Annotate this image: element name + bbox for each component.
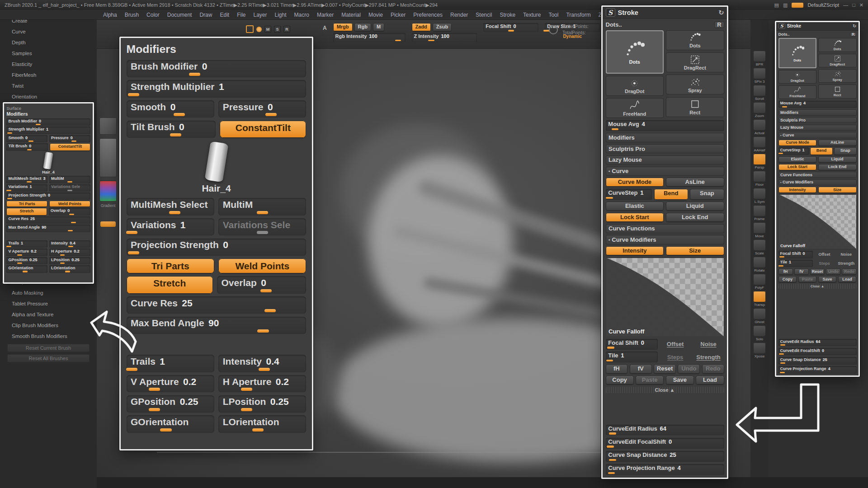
tool-move[interactable]: Move: [750, 222, 769, 238]
slider-curvestep[interactable]: CurveStep1: [778, 147, 809, 155]
slider-knob[interactable]: [252, 428, 264, 432]
button-bend[interactable]: Bend: [654, 189, 688, 200]
button-elastic[interactable]: Elastic: [606, 202, 664, 211]
stroke-reset-button[interactable]: R: [850, 32, 857, 37]
slider-knob[interactable]: [779, 256, 784, 258]
slider-mouse-avg[interactable]: Mouse Avg4: [606, 120, 724, 131]
slider-overlap[interactable]: Overlap0: [217, 276, 306, 293]
button-reset-all-brushes[interactable]: Reset All Brushes: [7, 354, 90, 362]
toggle-steps[interactable]: Steps: [660, 354, 691, 361]
button-copy[interactable]: Copy: [778, 276, 797, 282]
circle-icon[interactable]: [256, 27, 262, 32]
slider-knob[interactable]: [257, 211, 268, 214]
slider-curveedit-radius[interactable]: CurveEdit Radius64: [606, 425, 724, 436]
slider-curve-snap-distance[interactable]: Curve Snap Distance25: [606, 451, 724, 462]
tool-spix-3[interactable]: SPix 3: [750, 68, 769, 84]
slider-knob[interactable]: [71, 222, 76, 223]
toggle-noise[interactable]: Noise: [693, 341, 724, 347]
slider-brush-modifier[interactable]: Brush Modifier0: [6, 118, 90, 126]
slider-variations-sele[interactable]: Variations Sele: [49, 184, 90, 192]
slider-knob[interactable]: [17, 263, 22, 264]
slider-knob[interactable]: [264, 309, 276, 312]
menu-tool[interactable]: Tool: [548, 12, 558, 18]
slider-gorientation[interactable]: GOrientation: [127, 415, 214, 432]
slider-knob[interactable]: [606, 360, 613, 361]
slider-multim[interactable]: MultiM: [218, 198, 306, 215]
stroke-reset-button[interactable]: R: [714, 21, 724, 28]
button-curve-mode[interactable]: Curve Mode: [606, 178, 664, 187]
slider-knob[interactable]: [128, 93, 139, 96]
slider-pressure[interactable]: Pressure0: [218, 100, 306, 117]
slider-knob[interactable]: [778, 265, 783, 267]
menu-marker[interactable]: Marker: [317, 12, 334, 18]
button-reset-current-brush[interactable]: Reset Current Brush: [7, 344, 90, 352]
slider-knob[interactable]: [257, 231, 268, 234]
button-redo[interactable]: Redo: [842, 268, 856, 275]
stroke-type-spray[interactable]: Spray: [666, 75, 724, 94]
section-sculptris-pro[interactable]: Sculptris Pro: [606, 144, 724, 153]
tool-transp[interactable]: Transp: [750, 291, 769, 307]
slider-knob[interactable]: [779, 353, 784, 355]
menu-alpha[interactable]: Alpha: [103, 12, 117, 18]
slider-tile[interactable]: Tile1: [606, 352, 658, 362]
square-icon[interactable]: [246, 25, 254, 33]
palette-item-curve[interactable]: Curve: [0, 26, 97, 37]
tool-solo[interactable]: Solo: [750, 325, 769, 341]
slider-focal-shift[interactable]: Focal Shift0: [778, 251, 813, 258]
palette-item-orientation[interactable]: Orientation: [0, 91, 97, 102]
slider-knob[interactable]: [265, 113, 277, 116]
button-elastic[interactable]: Elastic: [778, 156, 817, 163]
palette-item-depth[interactable]: Depth: [0, 37, 97, 48]
titlebar-accent-swatch[interactable]: [792, 3, 803, 8]
surface-section-label[interactable]: Surface: [6, 106, 90, 111]
tool-scale[interactable]: Scale: [750, 239, 769, 255]
slider-knob[interactable]: [65, 271, 70, 272]
slider-knob[interactable]: [27, 149, 32, 150]
slider-knob[interactable]: [67, 181, 72, 183]
button-undo[interactable]: Undo: [678, 364, 700, 373]
button-fh[interactable]: fH: [606, 364, 628, 373]
palette-item-auto-masking[interactable]: Auto Masking: [0, 287, 97, 298]
slider-knob[interactable]: [780, 344, 785, 346]
slider-h-aperture[interactable]: H Aperture0.2: [49, 249, 90, 256]
slider-h-aperture[interactable]: H Aperture0.2: [218, 375, 306, 392]
tool-frame[interactable]: Frame: [750, 205, 769, 221]
menu-render[interactable]: Render: [450, 12, 468, 18]
slider-knob[interactable]: [149, 388, 160, 391]
slider-curve-projection-range[interactable]: Curve Projection Range4: [606, 464, 724, 475]
button-size[interactable]: Size: [818, 187, 857, 193]
tool-zoom[interactable]: Zoom: [750, 102, 769, 118]
slider-curve-projection-range[interactable]: Curve Projection Range4: [778, 366, 857, 373]
close-section-bar[interactable]: Close ▲: [606, 387, 724, 393]
curve-falloff-graph[interactable]: Curve Falloff: [778, 194, 857, 249]
button-weld-points[interactable]: Weld Points: [49, 201, 90, 207]
button-load[interactable]: Load: [696, 375, 724, 385]
button-liquid[interactable]: Liquid: [818, 156, 857, 163]
titlebar-columns-icon[interactable]: ▥: [783, 2, 788, 8]
button-stretch[interactable]: Stretch: [127, 276, 213, 293]
slider-knob[interactable]: [609, 459, 616, 461]
brush-preview[interactable]: Hair_4: [6, 152, 90, 175]
stroke-type-dragrect[interactable]: DragRect: [818, 54, 857, 68]
button-weld-points[interactable]: Weld Points: [218, 258, 306, 273]
slider-knob[interactable]: [7, 198, 12, 199]
tool-actual[interactable]: Actual: [750, 119, 769, 135]
slider-knob[interactable]: [782, 106, 787, 108]
stroke-type-dots[interactable]: Dots: [606, 30, 664, 74]
slider-curveedit-focalshift[interactable]: CurveEdit FocalShift0: [778, 348, 857, 355]
menu-file[interactable]: File: [237, 12, 245, 18]
menu-stencil[interactable]: Stencil: [476, 12, 492, 18]
slider-knob[interactable]: [23, 271, 28, 272]
button-size[interactable]: Size: [666, 246, 724, 255]
curve-falloff-graph[interactable]: Curve Falloff: [606, 258, 724, 337]
slider-knob[interactable]: [259, 368, 270, 371]
slider-knob[interactable]: [68, 246, 73, 247]
slider-curveedit-radius[interactable]: CurveEdit Radius64: [778, 339, 857, 346]
button-zsub[interactable]: Zsub: [433, 23, 452, 31]
slider-knob[interactable]: [606, 197, 613, 199]
slider-curve-res[interactable]: Curve Res25: [127, 296, 307, 314]
button-save[interactable]: Save: [818, 276, 837, 282]
slider-knob[interactable]: [609, 432, 616, 434]
slider-multim[interactable]: MultiM: [49, 176, 90, 183]
slider-focal-shift[interactable]: Focal Shift0: [483, 23, 538, 32]
